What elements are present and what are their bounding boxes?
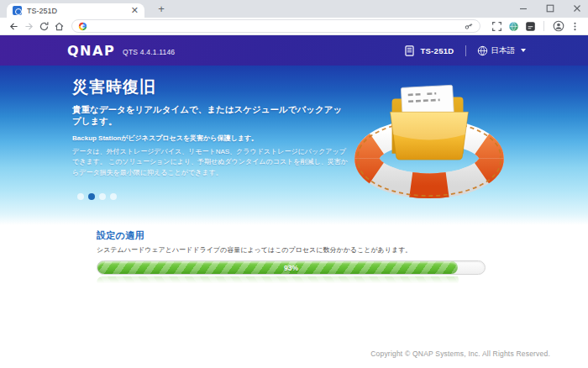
tab-close-icon[interactable]: ✕	[131, 6, 139, 15]
qnap-favicon-icon	[13, 6, 22, 15]
lifebuoy-folder-illustration	[350, 71, 508, 199]
reload-icon	[39, 21, 50, 32]
forward-button[interactable]	[21, 18, 36, 34]
progress-bar: 93%	[97, 260, 486, 275]
progress-bar-reflection	[97, 276, 486, 287]
back-button[interactable]	[6, 18, 21, 34]
nas-device-icon	[405, 45, 414, 56]
tab-title: TS-251D	[27, 7, 131, 15]
header-divider	[465, 45, 466, 56]
toolbar-separator	[543, 21, 544, 31]
window-maximize-button[interactable]	[546, 4, 554, 13]
progress-percent-label: 93%	[97, 261, 485, 275]
folder-icon	[391, 85, 469, 160]
carousel-dots	[77, 193, 117, 200]
hero-subtitle: 貴重なデータをリアルタイムで、またはスケジュールでバックアップします。	[72, 103, 343, 127]
google-g-icon	[78, 22, 87, 31]
back-arrow-icon	[8, 21, 19, 32]
browser-toolbar	[0, 18, 588, 35]
caret-down-icon	[521, 49, 526, 52]
menu-kebab-icon[interactable]	[568, 19, 582, 34]
qnap-header: QNAP QTS 4.4.1.1146 TS-251D 日本語	[0, 35, 588, 66]
browser-tab-strip: TS-251D ✕ +	[0, 0, 588, 18]
hero-body: データは、外付ストレージデバイス、リモートNAS、クラウドストレージにバックアッ…	[72, 147, 351, 178]
language-selector[interactable]: 日本語	[477, 45, 527, 56]
new-tab-button[interactable]: +	[155, 3, 168, 16]
browser-tab[interactable]: TS-251D ✕	[7, 3, 144, 18]
screenshot-extension-icon[interactable]	[490, 19, 504, 34]
carousel-dot-3[interactable]	[110, 193, 117, 200]
forward-arrow-icon	[24, 21, 34, 32]
apply-settings-description: システムハードウェアとハードドライブの容量によってはこのプロセスに数分かかること…	[97, 245, 588, 255]
key-icon[interactable]	[464, 21, 474, 31]
progress-fill-reflection	[97, 276, 459, 287]
home-icon	[54, 21, 65, 32]
home-button[interactable]	[51, 18, 66, 34]
globe-extension-icon[interactable]	[507, 19, 521, 34]
window-close-button[interactable]	[573, 4, 581, 13]
dark-extension-icon[interactable]	[523, 19, 538, 34]
copyright-text: Copyright © QNAP Systems, Inc. All Right…	[0, 350, 550, 358]
apply-settings-section: 設定の適用 システムハードウェアとハードドライブの容量によってはこのプロセスに数…	[0, 225, 588, 287]
qnap-logo: QNAP	[67, 43, 115, 59]
device-name: TS-251D	[420, 46, 454, 55]
maximize-icon	[546, 4, 554, 13]
apply-settings-title: 設定の適用	[97, 229, 588, 242]
minimize-icon	[519, 4, 528, 13]
address-bar[interactable]	[71, 19, 480, 33]
url-input[interactable]	[92, 21, 464, 31]
window-minimize-button[interactable]	[519, 4, 528, 13]
carousel-dot-1[interactable]	[88, 193, 95, 200]
hero-lead: Backup Stationがビジネスプロセスを災害から保護します。	[72, 134, 358, 143]
hero-banner: 災害時復旧 貴重なデータをリアルタイムで、またはスケジュールでバックアップします…	[0, 66, 588, 225]
globe-language-icon	[477, 45, 488, 56]
carousel-dot-2[interactable]	[99, 193, 106, 200]
carousel-dot-0[interactable]	[77, 193, 84, 200]
close-icon	[573, 4, 581, 13]
qts-version: QTS 4.4.1.1146	[123, 48, 175, 56]
language-label: 日本語	[491, 45, 516, 56]
profile-avatar-icon[interactable]	[551, 19, 565, 34]
hero-title: 災害時復旧	[72, 76, 358, 98]
reload-button[interactable]	[36, 18, 51, 34]
